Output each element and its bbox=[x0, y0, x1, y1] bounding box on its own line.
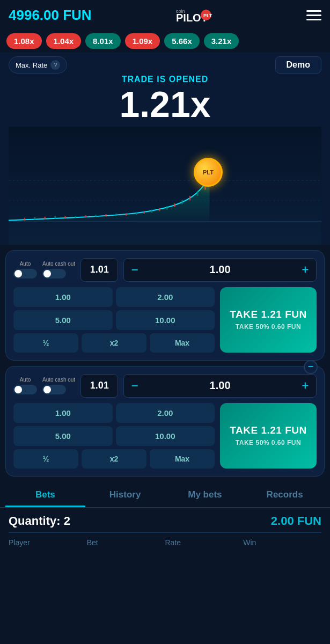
take-main-2: TAKE 1.21 FUN bbox=[230, 424, 306, 437]
trade-status: TRADE IS OPENED bbox=[9, 75, 321, 84]
auto-toggle[interactable] bbox=[13, 269, 37, 279]
svg-rect-22 bbox=[159, 208, 160, 211]
bet-panel-1: Auto Auto cash out − 1.00 + 1.00 2.00 5.… bbox=[5, 250, 325, 361]
svg-rect-27 bbox=[197, 191, 199, 195]
plt-coin: PLT bbox=[194, 158, 223, 187]
total-value: 2.00 FUN bbox=[271, 514, 321, 528]
panel1-left: 1.00 2.00 5.00 10.00 ½ x2 Max bbox=[13, 287, 215, 353]
auto-toggle-group: Auto bbox=[13, 261, 37, 279]
modifier-x2-2[interactable]: x2 bbox=[82, 449, 146, 469]
take-button-2[interactable]: TAKE 1.21 FUN TAKE 50% 0.60 FUN bbox=[220, 403, 317, 469]
auto-toggle-2[interactable] bbox=[13, 385, 37, 394]
cashout-input-1[interactable] bbox=[80, 258, 118, 282]
svg-rect-19 bbox=[136, 212, 137, 215]
take-sub-1: TAKE 50% 0.60 FUN bbox=[236, 323, 301, 332]
pill-3[interactable]: 1.09x bbox=[125, 33, 160, 49]
svg-rect-26 bbox=[189, 196, 191, 201]
max-rate-label: Max. Rate bbox=[16, 61, 47, 69]
question-icon: ? bbox=[50, 60, 60, 70]
take-main-1: TAKE 1.21 FUN bbox=[230, 308, 306, 321]
take-button-1[interactable]: TAKE 1.21 FUN TAKE 50% 0.60 FUN bbox=[220, 287, 317, 353]
pills-row: 1.08x 1.04x 8.01x 1.09x 5.66x 3.21x bbox=[0, 30, 330, 52]
panel2-top-row: Auto Auto cash out − 1.00 + bbox=[13, 374, 317, 398]
table-header: Player Bet Rate Win bbox=[9, 533, 321, 549]
demo-button[interactable]: Demo bbox=[275, 56, 321, 74]
multiplier-display: 1.21x bbox=[9, 84, 321, 125]
autocashout-toggle-group-2: Auto cash out bbox=[42, 377, 75, 394]
tabs-row: Bets History My bets Records bbox=[0, 482, 330, 508]
bet-panel-2: − Auto Auto cash out − 1.00 + 1.00 2.00 bbox=[5, 366, 325, 477]
auto-toggle-group-2: Auto bbox=[13, 377, 37, 394]
quick-bet-1-2[interactable]: 5.00 bbox=[13, 310, 113, 330]
svg-rect-24 bbox=[174, 203, 175, 207]
autocashout-label-2: Auto cash out bbox=[42, 377, 75, 383]
amount-minus-1[interactable]: − bbox=[124, 259, 145, 281]
tab-bets[interactable]: Bets bbox=[5, 482, 85, 507]
pill-5[interactable]: 3.21x bbox=[204, 33, 239, 49]
quick-bet-1-1[interactable]: 2.00 bbox=[116, 287, 215, 307]
cashout-input-2[interactable] bbox=[80, 374, 118, 398]
tab-records[interactable]: Records bbox=[245, 482, 325, 507]
quick-bet-2-3[interactable]: 10.00 bbox=[116, 426, 215, 446]
autocashout-toggle[interactable] bbox=[42, 269, 66, 279]
col-win: Win bbox=[243, 538, 321, 547]
quick-bet-2-2[interactable]: 5.00 bbox=[13, 426, 113, 446]
amount-minus-2[interactable]: − bbox=[124, 375, 145, 397]
modifier-half-2[interactable]: ½ bbox=[13, 449, 78, 469]
svg-rect-14 bbox=[85, 215, 86, 218]
col-bet: Bet bbox=[87, 538, 165, 547]
quick-bet-2-0[interactable]: 1.00 bbox=[13, 403, 113, 423]
quick-bets-1: 1.00 2.00 5.00 10.00 bbox=[13, 287, 215, 330]
bets-summary: Quantity: 2 2.00 FUN bbox=[9, 514, 321, 533]
take-btn-area-1: TAKE 1.21 FUN TAKE 50% 0.60 FUN bbox=[220, 287, 317, 353]
autocashout-label: Auto cash out bbox=[42, 261, 75, 267]
svg-rect-4 bbox=[9, 130, 321, 242]
svg-text:PLT: PLT bbox=[203, 13, 212, 18]
quick-bet-1-0[interactable]: 1.00 bbox=[13, 287, 113, 307]
modifier-x2-1[interactable]: x2 bbox=[82, 333, 146, 353]
bet-panels: Auto Auto cash out − 1.00 + 1.00 2.00 5.… bbox=[0, 245, 330, 477]
modifier-row-1: ½ x2 Max bbox=[13, 333, 215, 353]
svg-rect-20 bbox=[143, 211, 145, 214]
col-rate: Rate bbox=[165, 538, 244, 547]
modifier-max-1[interactable]: Max bbox=[150, 333, 215, 353]
chart-container: PLT bbox=[9, 127, 321, 245]
logo-svg: coin PILOT PLT bbox=[175, 5, 223, 25]
pill-2[interactable]: 8.01x bbox=[85, 33, 121, 49]
tab-history[interactable]: History bbox=[85, 482, 165, 507]
autocashout-toggle-2[interactable] bbox=[42, 385, 66, 394]
svg-rect-8 bbox=[24, 218, 25, 221]
modifier-max-2[interactable]: Max bbox=[150, 449, 215, 469]
amount-value-1: 1.00 bbox=[145, 264, 295, 276]
amount-control-2: − 1.00 + bbox=[123, 374, 317, 398]
panel1-top-row: Auto Auto cash out − 1.00 + bbox=[13, 258, 317, 282]
pill-4[interactable]: 5.66x bbox=[164, 33, 200, 49]
amount-plus-1[interactable]: + bbox=[295, 259, 316, 281]
quantity-label: Quantity: 2 bbox=[9, 514, 70, 528]
menu-button[interactable] bbox=[306, 10, 321, 20]
svg-rect-10 bbox=[44, 217, 46, 219]
autocashout-toggle-group: Auto cash out bbox=[42, 261, 75, 279]
bets-footer: Quantity: 2 2.00 FUN Player Bet Rate Win bbox=[0, 508, 330, 549]
svg-rect-11 bbox=[54, 216, 56, 219]
modifier-half-1[interactable]: ½ bbox=[13, 333, 78, 353]
tab-my-bets[interactable]: My bets bbox=[165, 482, 245, 507]
svg-rect-15 bbox=[95, 215, 97, 217]
quick-bet-2-1[interactable]: 2.00 bbox=[116, 403, 215, 423]
quick-bet-1-3[interactable]: 10.00 bbox=[116, 310, 215, 330]
logo: coin PILOT PLT bbox=[175, 5, 223, 25]
amount-control-1: − 1.00 + bbox=[123, 258, 317, 282]
remove-panel-button[interactable]: − bbox=[304, 360, 318, 374]
pill-1[interactable]: 1.04x bbox=[46, 33, 82, 49]
take-sub-2: TAKE 50% 0.60 FUN bbox=[236, 439, 301, 448]
chart-svg bbox=[9, 127, 321, 245]
app-header: 4996.00 FUN coin PILOT PLT bbox=[0, 0, 330, 30]
svg-rect-17 bbox=[115, 214, 117, 216]
amount-value-2: 1.00 bbox=[145, 379, 295, 392]
max-rate-button[interactable]: Max. Rate ? bbox=[9, 56, 67, 74]
trade-area: Max. Rate ? Demo TRADE IS OPENED 1.21x bbox=[0, 52, 330, 245]
amount-plus-2[interactable]: + bbox=[295, 375, 316, 397]
auto-label: Auto bbox=[13, 261, 37, 267]
panel2-body: 1.00 2.00 5.00 10.00 ½ x2 Max TAKE 1.21 … bbox=[13, 403, 317, 469]
pill-0[interactable]: 1.08x bbox=[6, 33, 42, 49]
